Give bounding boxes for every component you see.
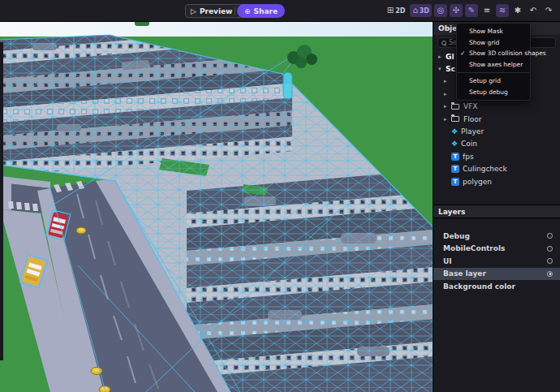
tree-item[interactable]: T fps <box>433 150 560 162</box>
horizon-bush[interactable] <box>135 22 149 26</box>
mesh-object-icon: ❖ <box>451 140 458 148</box>
tree-chevron-icon[interactable]: ▾ <box>438 66 446 72</box>
gizmo-sphere-button[interactable]: ◎ <box>434 4 447 17</box>
tree-item-label: polygen <box>463 178 492 186</box>
layer-radio[interactable] <box>547 271 553 277</box>
search-icon <box>442 41 446 45</box>
tree-item-label: fps <box>463 153 474 161</box>
tree-item-label: Coin <box>461 140 477 148</box>
folder-icon <box>451 104 459 110</box>
text-object-icon: T <box>451 178 459 186</box>
share-label: Share <box>254 7 278 15</box>
layer-row[interactable]: Base layer <box>433 268 560 281</box>
globe-icon: ⊕ <box>244 7 251 15</box>
menu-divider <box>457 72 530 73</box>
tree-item[interactable]: ▸ Floor <box>433 113 560 125</box>
outline-list-button[interactable]: ≡ <box>480 4 493 17</box>
layer-radio[interactable] <box>547 233 553 239</box>
layer-row[interactable]: MobileControls <box>433 243 560 256</box>
layer-radio[interactable] <box>547 246 553 252</box>
tree-item[interactable]: T polygen <box>433 175 560 187</box>
checkmark-icon: ✓ <box>460 50 465 57</box>
layer-label: UI <box>443 257 452 265</box>
menu-item-label: Show grid <box>469 39 499 46</box>
play-icon: ▷ <box>191 7 196 15</box>
tree-item[interactable]: ❖ Player <box>433 125 560 137</box>
grid-2d-button[interactable]: ⊞ 2D <box>385 4 408 17</box>
tree-chevron-icon[interactable]: ▸ <box>444 103 451 110</box>
text-object-icon: T <box>451 153 459 161</box>
layer-label: Background color <box>443 282 515 291</box>
mesh-object-icon: ❖ <box>451 127 458 136</box>
share-button[interactable]: ⊕ Share <box>237 4 285 18</box>
redo-button[interactable]: ↷ <box>542 4 555 17</box>
layers-list: Debug MobileControls UI Base layer Backg… <box>433 230 560 293</box>
menu-item[interactable]: ✓ Show 3D collision shapes <box>457 48 530 59</box>
menu-item-label: Show Mask <box>469 28 503 35</box>
layer-row[interactable]: Debug <box>433 230 560 243</box>
layers-panel-header[interactable]: Layers <box>433 205 560 218</box>
tree-item-label: Gl <box>446 53 454 61</box>
buildings-3d-button[interactable]: ⌂ 3D <box>410 4 432 17</box>
layer-label: MobileControls <box>443 244 505 252</box>
tree-item-label: Floor <box>463 115 481 123</box>
layer-label: Base layer <box>443 269 486 278</box>
menu-item[interactable]: Setup debug <box>457 87 530 98</box>
tree-item-label: VFX <box>463 102 478 110</box>
layer-row[interactable]: UI <box>433 255 560 268</box>
menu-item[interactable]: Show axes helper <box>457 59 530 71</box>
viewport-left-edge <box>0 42 3 360</box>
physics-fan-button[interactable]: ✣ <box>450 4 463 17</box>
tree-item-label: Player <box>461 127 484 136</box>
text-object-icon: T <box>451 165 459 173</box>
tree-chevron-icon[interactable]: ▸ <box>444 116 451 123</box>
pencil-button[interactable]: ✎ <box>465 4 478 17</box>
menu-item-label: Setup debug <box>469 88 508 96</box>
top-toolbar: ▷ Preview ▾ ⊕ Share ⊞ 2D ⌂ 3D ◎ ✣ <box>0 0 560 22</box>
tree-chevron-icon[interactable]: ▸ <box>444 78 451 84</box>
viewport-3d[interactable] <box>0 22 433 392</box>
tree-item-label: Sc <box>446 65 455 73</box>
tree-item[interactable]: ▸ VFX <box>433 101 560 113</box>
menu-item-label: Show 3D collision shapes <box>469 50 546 57</box>
tree-item[interactable]: ❖ Coin <box>433 138 560 150</box>
editor-window: ▷ Preview ▾ ⊕ Share ⊞ 2D ⌂ 3D ◎ ✣ <box>0 0 560 392</box>
tree-item-label: Culingcheck <box>463 165 507 173</box>
toolbar-icon-group: ⊞ 2D ⌂ 3D ◎ ✣ ✎ ≡ ≋ <box>385 4 555 17</box>
tree-item[interactable]: T Culingcheck <box>433 163 560 175</box>
layer-label: Debug <box>443 232 470 240</box>
view-options-menu: Show Mask Show grid ✓ Show 3D collision … <box>456 23 531 101</box>
preview-label: Preview <box>200 7 233 15</box>
tree-chevron-icon[interactable]: ▸ <box>444 91 451 97</box>
debug-spider-button[interactable]: ✱ <box>511 4 524 17</box>
undo-button[interactable]: ↶ <box>527 4 540 17</box>
layer-row[interactable]: Background color <box>433 280 560 293</box>
menu-item[interactable]: Show grid <box>457 37 530 49</box>
menu-item[interactable]: Show Mask <box>457 26 530 37</box>
tree-chevron-icon[interactable]: ▸ <box>438 54 446 60</box>
menu-item-label: Show axes helper <box>469 61 523 68</box>
menu-item[interactable]: Setup grid <box>457 75 530 87</box>
scene-canvas <box>0 22 433 392</box>
folder-icon <box>451 116 459 122</box>
menu-item-label: Setup grid <box>469 77 501 84</box>
player-capsule[interactable] <box>283 72 292 99</box>
layers-panel: Layers Debug MobileControls UI Base laye… <box>433 205 560 293</box>
view-options-layers-button[interactable]: ≋ <box>496 4 509 17</box>
divider <box>235 6 235 15</box>
layer-radio[interactable] <box>547 258 553 264</box>
